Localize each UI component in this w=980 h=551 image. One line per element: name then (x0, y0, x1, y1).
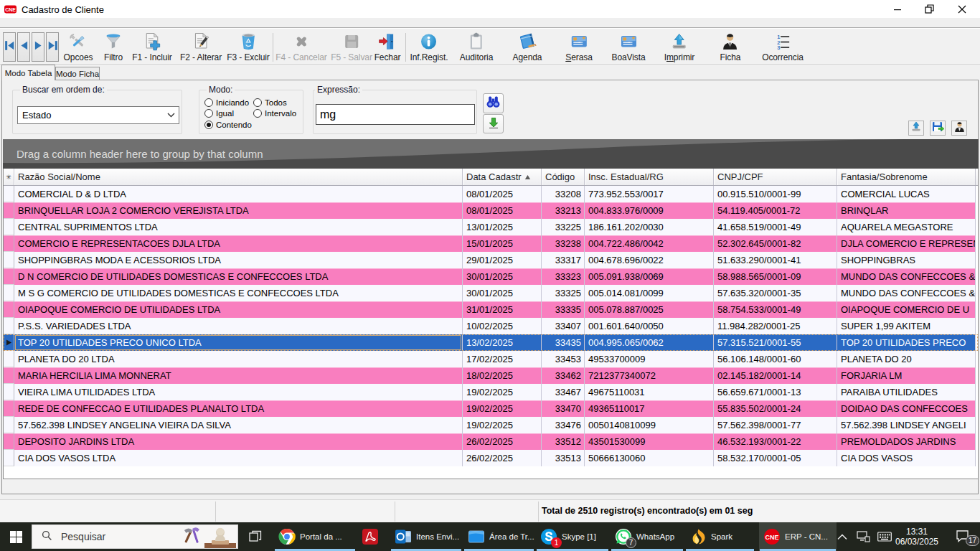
toolbar-button-opcoes[interactable]: Opcoes (64, 32, 93, 64)
nav-prior-button[interactable] (17, 32, 30, 62)
nav-last-button[interactable] (46, 32, 59, 62)
statusbar-divider (215, 501, 216, 522)
grid-cell: 33470 (542, 400, 585, 417)
acrobat-icon (362, 528, 379, 545)
task-view-button[interactable] (241, 522, 270, 551)
grid-row-8[interactable]: P.S.S. VARIEDADES LTDA10/02/202533407001… (4, 318, 978, 334)
toolbar-button-imprimir[interactable]: Imprimir (664, 32, 695, 64)
column-header-5[interactable]: Fantasia/Sobrenome (837, 169, 976, 185)
toolbar-button-agenda[interactable]: Agenda (513, 32, 542, 64)
column-header-4[interactable]: CNPJ/CPF (714, 169, 837, 185)
grid-row-6[interactable]: M S G COMERCIO DE UTILIDADES DOMESTICAS … (4, 285, 978, 301)
menu-band (0, 18, 980, 28)
grid-cell: SHOPPINGBRAS MODA E ACESSORIOS LTDA (14, 252, 463, 268)
nav-next-button[interactable] (32, 32, 44, 62)
taskbar-app-skype-1[interactable]: 1Skype [1] (536, 522, 609, 551)
minimize-button[interactable] (881, 0, 913, 18)
taskbar-search-box[interactable]: Pesquisar (32, 524, 238, 549)
close-button[interactable] (946, 0, 978, 18)
radio-label: Todos (265, 98, 287, 107)
grid-row-2[interactable]: CENTRAL SUPRIMENTOS LTDA13/01/2025332251… (4, 219, 978, 235)
toolbar-button-boavista[interactable]: BoaVista (611, 32, 645, 64)
mode-radio-contendo[interactable]: Contendo (204, 119, 253, 131)
grid-cell: REDE DE CONFECCAO E UTILIDADES PLANALTO … (14, 400, 463, 417)
tab-label: Modo Ficha (56, 70, 99, 78)
door-icon (378, 32, 397, 51)
grid-row-14[interactable]: 57.562.398 LINDSEY ANGELINA VIEIRA DA SI… (4, 417, 978, 433)
tray-network-icon[interactable] (852, 522, 874, 551)
export-save-button[interactable] (930, 121, 946, 136)
taskbar-app-portal-da[interactable]: Portal da ... (274, 522, 356, 551)
grid-row-15[interactable]: DEPOSITO JARDINS LTDA26/02/2025335124350… (4, 433, 978, 450)
taskbar-app-erp-cn[interactable]: CNEERP - CN... (759, 522, 837, 551)
grid-row-9-selected[interactable]: TOP 20 UTILIDADES PRECO UNICO LTDA13/02/… (4, 334, 978, 351)
toolbar-button-ficha[interactable]: Ficha (720, 32, 741, 64)
docplus-icon (143, 32, 161, 51)
binoculars-icon (486, 95, 501, 111)
grid-cell: 19/02/2025 (463, 400, 542, 417)
toolbar-button-serasa[interactable]: Serasa (565, 32, 592, 64)
start-button[interactable] (0, 522, 32, 551)
toolbar-button-filtro[interactable]: Filtro (104, 32, 123, 64)
toolbar-button-fechar[interactable]: Fechar (374, 32, 401, 64)
grid-row-11[interactable]: MARIA HERCILIA LIMA MONNERAT18/02/202533… (4, 367, 978, 384)
grid-cell: 186.161.202/0030 (585, 219, 714, 235)
expression-input[interactable]: mg (316, 104, 475, 125)
chevron-down-icon[interactable] (163, 113, 179, 118)
toolbar-button-label: Serasa (565, 52, 592, 62)
toolbar-button-f2-alterar[interactable]: F2 - Alterar (180, 32, 222, 64)
grid-cell: 26/02/2025 (463, 433, 542, 450)
grid-cell: 08/01/2025 (463, 186, 542, 202)
grid-row-5[interactable]: D N COMERCIO DE UTILIDADES DOMESTICAS E … (4, 268, 978, 285)
mode-label: Modo: (207, 85, 235, 95)
column-header-2[interactable]: Código (542, 169, 585, 185)
mode-radio-todos[interactable]: Todos (253, 97, 296, 108)
action-center-button[interactable]: 17 (947, 522, 980, 551)
tray-chevron-button[interactable] (832, 522, 852, 551)
grid-row-13[interactable]: REDE DE CONFECCAO E UTILIDADES PLANALTO … (4, 400, 978, 417)
find-button[interactable] (483, 93, 504, 113)
taskbar-app-whatsapp[interactable]: 7WhatsApp (611, 522, 684, 551)
grid-cell: 19/02/2025 (463, 417, 542, 433)
column-header-3[interactable]: Insc. Estadual/RG (585, 169, 714, 185)
taskbar-app-spark[interactable]: Spark (685, 522, 755, 551)
radio-circle-icon (204, 109, 213, 118)
mode-radio-igual[interactable]: Igual (204, 108, 253, 120)
restore-button[interactable] (913, 0, 946, 18)
apply-filter-button[interactable] (483, 114, 504, 133)
tab-modo-tabela[interactable]: Modo Tabela (1, 65, 55, 80)
toolbar-button-auditoria[interactable]: Auditoria (460, 32, 493, 64)
grid-cell: COMERCIO E REPRESENTACOES DJLA LTDA (14, 235, 463, 252)
toolbar-button-inf-regist[interactable]: Inf.Regist. (410, 32, 448, 64)
nav-first-button[interactable] (3, 32, 16, 62)
taskbar-app-acrobat[interactable] (357, 522, 389, 551)
mode-radio-iniciando[interactable]: Iniciando (204, 97, 253, 108)
search-order-combobox[interactable]: Estado (17, 106, 179, 124)
toolbar-button-f1-incluir[interactable]: F1 - Incluir (132, 32, 171, 64)
taskbar-clock[interactable]: 13:31 06/03/2025 (890, 522, 944, 551)
grid-row-12[interactable]: VIEIRA LIMA UTILIDADES LTDA19/02/2025334… (4, 384, 978, 400)
grid-row-0[interactable]: COMERCIAL D & D LTDA08/01/202533208773.9… (4, 186, 978, 202)
taskbar-app-itens-envi[interactable]: Itens Envi... (390, 522, 462, 551)
grid-cell: 00.915.510/0001-99 (714, 186, 837, 202)
tab-modo-ficha[interactable]: Modo Ficha (55, 67, 100, 80)
mode-radio-intervalo[interactable]: Intervalo (253, 108, 296, 120)
toolbar-button-label: Opcoes (64, 52, 93, 62)
toolbar-button-label: Imprimir (664, 52, 695, 62)
toolbar-button-f3-excluir[interactable]: F3 - Excluir (227, 32, 269, 64)
grid-cell: CENTRAL SUPRIMENTOS LTDA (14, 219, 463, 235)
grid-cell: BRINQLAR (837, 202, 976, 219)
grid-row-4[interactable]: SHOPPINGBRAS MODA E ACESSORIOS LTDA29/01… (4, 252, 978, 268)
column-header-0[interactable]: Razão Social/Nome (14, 169, 463, 185)
grid-row-7[interactable]: OIAPOQUE COMERCIO DE UTILIDADES LTDA31/0… (4, 301, 978, 318)
grid-row-1[interactable]: BRINQUELLAR LOJA 2 COMERCIO VEREJISTA LT… (4, 202, 978, 219)
column-header-1[interactable]: Data Cadastr (463, 169, 542, 185)
grid-row-10[interactable]: PLANETA DO 20 LTDA17/02/2025334534953370… (4, 351, 978, 367)
taskbar-app-rea-de-tr[interactable]: Área de Tr... (463, 522, 534, 551)
client-card-button[interactable] (951, 121, 967, 136)
grid-row-16[interactable]: CIA DOS VASOS LTDA26/02/2025335135066613… (4, 450, 978, 466)
grid-cell: 26/02/2025 (463, 450, 542, 466)
toolbar-button-ocorrencia[interactable]: 123Ocorrencia (762, 32, 804, 64)
grid-row-3[interactable]: COMERCIO E REPRESENTACOES DJLA LTDA15/01… (4, 235, 978, 252)
export-print-button[interactable] (908, 121, 924, 136)
